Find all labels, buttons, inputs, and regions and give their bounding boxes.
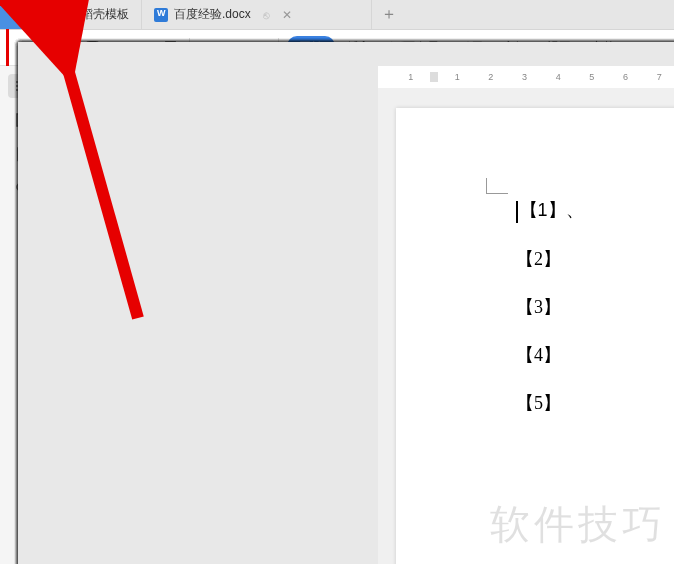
ruler-tick: 2 [476,72,506,82]
ruler-tick: 1 [396,72,426,82]
templates-icon [61,8,75,22]
ruler-tick: 4 [543,72,573,82]
ruler-tick: 1 [442,72,472,82]
doc-line[interactable]: 【3】 [516,295,674,319]
indent-marker[interactable] [430,72,439,82]
doc-line[interactable]: 【1】、 [516,198,674,223]
ruler-tick: 7 [644,72,674,82]
word-doc-icon [154,8,168,22]
close-tab-icon[interactable]: ✕ [282,8,292,22]
doc-text: 【1】、 [520,200,584,220]
ruler-tick: 5 [577,72,607,82]
doc-line[interactable]: 【2】 [516,247,674,271]
ruler-tick: 3 [510,72,540,82]
tab-bar: 首页 稻壳模板 百度经验.docx ⎋ ✕ ＋ [0,0,674,30]
tab-document-label: 百度经验.docx [174,6,251,23]
document-page[interactable]: 【1】、 【2】 【3】 【4】 【5】 [396,108,674,564]
tab-home-label: 首页 [12,6,36,23]
document-area: 1 1 2 3 4 5 6 7 【1】、 【2】 【3】 【4】 【5】 软件技… [378,66,674,564]
new-tab-button[interactable]: ＋ [372,0,406,29]
body-area: 目录 ✕ ✓ ⊞ ⊟ 智能识别目录 3 2 1 1234567891011121… [0,66,674,564]
text-cursor [516,201,518,223]
tab-templates-label: 稻壳模板 [81,6,129,23]
pin-icon[interactable]: ⎋ [263,9,270,21]
horizontal-ruler: 1 1 2 3 4 5 6 7 [378,66,674,88]
vertical-ruler: 3 2 1 123456789101112131415 [356,66,378,564]
ruler-tick: 6 [611,72,641,82]
margin-corner [486,178,508,194]
doc-line[interactable]: 【5】 [516,391,674,415]
tab-home[interactable]: 首页 [0,0,49,29]
doc-line[interactable]: 【4】 [516,343,674,367]
tab-templates[interactable]: 稻壳模板 [49,0,142,29]
tab-document[interactable]: 百度经验.docx ⎋ ✕ [142,0,372,29]
